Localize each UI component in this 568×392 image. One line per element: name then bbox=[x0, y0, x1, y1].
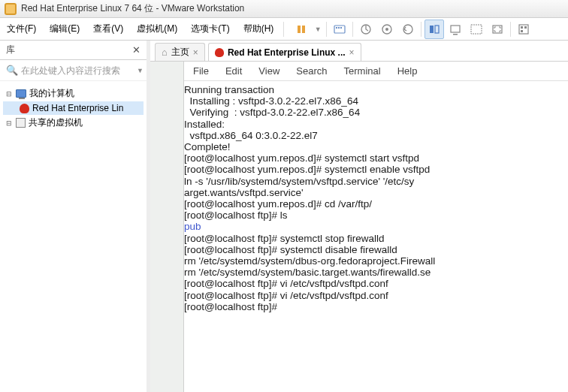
vm-display[interactable]: File Edit View Search Terminal Help Runn… bbox=[150, 62, 568, 392]
menu-view[interactable]: 查看(V) bbox=[86, 18, 130, 40]
chevron-down-icon[interactable]: ▼ bbox=[137, 67, 144, 74]
separator bbox=[510, 22, 511, 37]
redhat-icon bbox=[215, 48, 224, 57]
window-title-bar: Red Hat Enterprise Linux 7 64 位 - VMware… bbox=[0, 0, 568, 18]
tree-shared-vms[interactable]: ⊟ 共享的虚拟机 bbox=[3, 115, 144, 131]
term-menu-help[interactable]: Help bbox=[397, 65, 418, 77]
terminal-line: rm '/etc/systemd/system/dbus-org.fedorap… bbox=[184, 255, 568, 267]
separator bbox=[352, 22, 353, 37]
terminal-line: rm '/etc/systemd/system/basic.target.wan… bbox=[184, 267, 568, 278]
svg-rect-0 bbox=[298, 26, 301, 33]
menu-edit[interactable]: 编辑(E) bbox=[43, 18, 86, 40]
svg-rect-17 bbox=[521, 26, 523, 29]
menu-vm[interactable]: 虚拟机(M) bbox=[130, 18, 184, 40]
svg-rect-15 bbox=[493, 26, 502, 33]
snapshot-manage-button[interactable] bbox=[377, 20, 397, 39]
svg-rect-18 bbox=[524, 26, 527, 29]
menu-bar: 文件(F) 编辑(E) 查看(V) 虚拟机(M) 选项卡(T) 帮助(H) ▼ bbox=[0, 18, 568, 41]
unity-button[interactable] bbox=[514, 20, 533, 39]
vmware-icon bbox=[5, 3, 17, 15]
terminal-line: Installing : vsftpd-3.0.2-22.el7.x86_64 bbox=[184, 95, 568, 107]
main-area: 库 ✕ 🔍 ▼ ⊟ 我的计算机 Red Hat Enterprise Lin ⊟… bbox=[0, 41, 568, 392]
term-menu-search[interactable]: Search bbox=[296, 65, 327, 77]
fit-guest-button[interactable] bbox=[467, 20, 486, 39]
svg-rect-14 bbox=[471, 25, 482, 34]
pause-button[interactable] bbox=[292, 20, 311, 39]
svg-rect-12 bbox=[451, 26, 460, 32]
tab-label: Red Hat Enterprise Linux ... bbox=[228, 47, 346, 58]
fullscreen-button[interactable] bbox=[488, 20, 507, 39]
terminal-line: [root@localhost yum.repos.d]# cd /var/ft… bbox=[184, 198, 568, 210]
svg-rect-4 bbox=[338, 27, 340, 29]
terminal-line: [root@localhost ftp]# bbox=[184, 301, 568, 312]
content-area: ⌂ 主页 × Red Hat Enterprise Linux ... × Fi… bbox=[150, 41, 568, 392]
svg-rect-13 bbox=[453, 34, 458, 35]
svg-rect-2 bbox=[334, 26, 345, 33]
search-icon: 🔍 bbox=[6, 65, 18, 76]
separator bbox=[421, 22, 421, 37]
terminal-line: pub bbox=[184, 221, 568, 232]
close-icon[interactable]: ✕ bbox=[132, 44, 140, 56]
tree-item-label: Red Hat Enterprise Lin bbox=[32, 103, 123, 113]
close-icon[interactable]: × bbox=[193, 47, 198, 58]
library-sidebar: 库 ✕ 🔍 ▼ ⊟ 我的计算机 Red Hat Enterprise Lin ⊟… bbox=[0, 41, 150, 392]
tree-vm-rhel[interactable]: Red Hat Enterprise Lin bbox=[3, 101, 144, 115]
home-icon: ⌂ bbox=[162, 47, 168, 58]
terminal-line: Complete! bbox=[184, 141, 568, 152]
revert-button[interactable] bbox=[398, 20, 418, 39]
tree-my-computer[interactable]: ⊟ 我的计算机 bbox=[3, 86, 144, 101]
redhat-icon bbox=[20, 104, 29, 113]
library-tree: ⊟ 我的计算机 Red Hat Enterprise Lin ⊟ 共享的虚拟机 bbox=[0, 81, 147, 135]
tab-bar: ⌂ 主页 × Red Hat Enterprise Linux ... × bbox=[150, 41, 568, 62]
close-icon[interactable]: × bbox=[349, 47, 355, 58]
toolbar: ▼ bbox=[287, 20, 533, 39]
terminal-line: [root@localhost yum.repos.d]# systemctl … bbox=[184, 164, 568, 175]
thumbnail-bar-button[interactable] bbox=[424, 20, 444, 39]
tree-item-label: 共享的虚拟机 bbox=[29, 116, 83, 129]
svg-rect-1 bbox=[302, 26, 305, 33]
expander-icon[interactable]: ⊟ bbox=[6, 119, 13, 127]
vm-left-gutter bbox=[150, 62, 184, 392]
terminal-menu-bar: File Edit View Search Terminal Help bbox=[184, 62, 568, 81]
menu-help[interactable]: 帮助(H) bbox=[237, 18, 281, 40]
svg-rect-3 bbox=[336, 27, 337, 29]
guest-window: File Edit View Search Terminal Help Runn… bbox=[184, 62, 568, 392]
term-menu-terminal[interactable]: Terminal bbox=[344, 65, 381, 77]
terminal-line: [root@localhost ftp]# vi /etc/vsftpd/vsf… bbox=[184, 290, 568, 301]
tab-home[interactable]: ⌂ 主页 × bbox=[155, 43, 205, 61]
expander-icon[interactable]: ⊟ bbox=[6, 90, 13, 98]
search-row: 🔍 ▼ bbox=[0, 60, 147, 81]
snapshot-button[interactable] bbox=[356, 20, 376, 39]
tab-vm[interactable]: Red Hat Enterprise Linux ... × bbox=[208, 43, 361, 61]
terminal-line: Running transaction bbox=[184, 84, 568, 95]
terminal-output[interactable]: Running transaction Installing : vsftpd-… bbox=[184, 81, 568, 392]
dropdown-button[interactable]: ▼ bbox=[313, 20, 323, 39]
svg-rect-11 bbox=[435, 26, 439, 33]
separator bbox=[326, 22, 327, 37]
term-menu-file[interactable]: File bbox=[193, 65, 209, 77]
terminal-line: ln -s '/usr/lib/systemd/system/vsftpd.se… bbox=[184, 176, 568, 187]
terminal-line: Installed: bbox=[184, 119, 568, 130]
term-menu-view[interactable]: View bbox=[258, 65, 279, 77]
term-menu-edit[interactable]: Edit bbox=[225, 65, 242, 77]
console-view-button[interactable] bbox=[446, 20, 465, 39]
svg-rect-10 bbox=[430, 26, 434, 33]
search-input[interactable] bbox=[21, 65, 134, 76]
menu-file[interactable]: 文件(F) bbox=[0, 18, 43, 40]
svg-rect-19 bbox=[521, 30, 523, 32]
svg-rect-16 bbox=[519, 25, 528, 34]
computer-icon bbox=[16, 89, 26, 98]
tab-label: 主页 bbox=[171, 46, 189, 59]
terminal-line: [root@localhost ftp]# vi /etc/vsftpd/vsf… bbox=[184, 278, 568, 289]
terminal-line: vsftpd.x86_64 0:3.0.2-22.el7 bbox=[184, 130, 568, 141]
menu-tabs[interactable]: 选项卡(T) bbox=[184, 18, 236, 40]
library-header: 库 ✕ bbox=[0, 41, 147, 60]
window-title: Red Hat Enterprise Linux 7 64 位 - VMware… bbox=[21, 2, 244, 15]
send-ctrl-alt-del-button[interactable] bbox=[330, 20, 349, 39]
shared-icon bbox=[16, 118, 26, 128]
terminal-line: Verifying : vsftpd-3.0.2-22.el7.x86_64 bbox=[184, 107, 568, 118]
terminal-line: [root@localhost ftp]# systemctl stop fir… bbox=[184, 233, 568, 244]
terminal-line: [root@localhost yum.repos.d]# systemctl … bbox=[184, 152, 568, 164]
terminal-line: [root@localhost ftp]# ls bbox=[184, 210, 568, 221]
separator bbox=[283, 22, 284, 37]
